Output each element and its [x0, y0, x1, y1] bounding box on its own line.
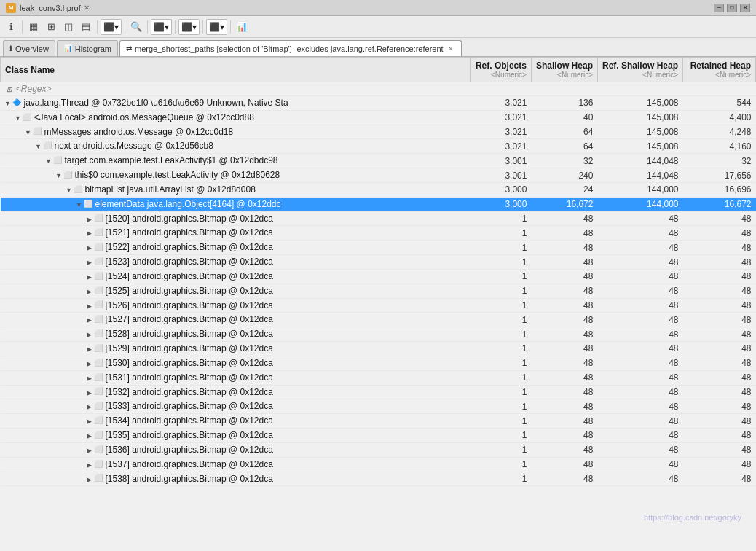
tab-histogram[interactable]: 📊 Histogram: [57, 40, 118, 56]
table-row[interactable]: ▶⬜[1537] android.graphics.Bitmap @ 0x12d…: [1, 457, 756, 472]
toolbar-btn-4[interactable]: ▤: [78, 19, 94, 35]
row-ref-objects: 1: [470, 327, 531, 342]
table-row[interactable]: ▶⬜[1534] android.graphics.Bitmap @ 0x12d…: [1, 414, 756, 429]
tree-toggle[interactable]: ▶: [85, 230, 94, 237]
table-row[interactable]: ▶⬜[1528] android.graphics.Bitmap @ 0x12d…: [1, 327, 756, 342]
tree-toggle[interactable]: ▶: [85, 302, 94, 310]
tree-toggle[interactable]: ▶: [85, 288, 94, 295]
tree-toggle[interactable]: ▶: [85, 418, 94, 425]
row-ref-objects: 3,000: [470, 197, 531, 211]
regex-toggle[interactable]: ⊞: [5, 86, 14, 93]
toolbar-btn-3[interactable]: ◫: [60, 19, 76, 35]
restore-button[interactable]: □: [727, 4, 737, 12]
tree-toggle[interactable]: ▶: [85, 273, 94, 281]
tree-toggle[interactable]: ▼: [44, 157, 53, 165]
table-row[interactable]: ▶⬜[1538] android.graphics.Bitmap @ 0x12d…: [1, 472, 756, 486]
tree-toggle[interactable]: ▶: [85, 316, 94, 324]
table-row[interactable]: ▼⬜<Java Local> android.os.MessageQueue @…: [1, 110, 756, 125]
table-row[interactable]: ▶⬜[1531] android.graphics.Bitmap @ 0x12d…: [1, 370, 756, 385]
table-row[interactable]: ▶⬜[1526] android.graphics.Bitmap @ 0x12d…: [1, 298, 756, 313]
row-ref-objects: 1: [470, 370, 531, 385]
tree-toggle[interactable]: ▶: [85, 461, 94, 469]
chart-btn[interactable]: 📊: [234, 19, 250, 35]
table-row[interactable]: ▶⬜[1532] android.graphics.Bitmap @ 0x12d…: [1, 385, 756, 399]
row-name-text: [1535] android.graphics.Bitmap @ 0x12dca: [106, 430, 273, 440]
table-row[interactable]: ▶⬜[1524] android.graphics.Bitmap @ 0x12d…: [1, 269, 756, 284]
tree-toggle[interactable]: ▶: [85, 476, 94, 483]
col-header-shallow-heap[interactable]: Shallow Heap <Numeric>: [531, 58, 597, 82]
minimize-button[interactable]: ─: [714, 4, 724, 12]
dropdown-arrow-1: ▾: [114, 22, 119, 32]
row-name-cell: ▼⬜target com.example.test.LeakActivity$1…: [1, 154, 471, 168]
toolbar-btn-2[interactable]: ⊞: [43, 19, 59, 35]
table-row[interactable]: ▼⬜mMessages android.os.Message @ 0x12cc0…: [1, 125, 756, 139]
table-row[interactable]: ▼⬜this$0 com.example.test.LeakActivity @…: [1, 168, 756, 183]
row-type-icon: ⬜: [94, 445, 104, 456]
regex-refshallow: [597, 82, 682, 96]
tree-toggle[interactable]: ▶: [85, 447, 94, 454]
tree-toggle[interactable]: ▶: [85, 403, 94, 410]
toolbar-dropdown-4[interactable]: ⬛ ▾: [206, 19, 227, 35]
row-type-icon: ⬜: [94, 257, 104, 267]
table-row[interactable]: ▼⬜target com.example.test.LeakActivity$1…: [1, 154, 756, 168]
row-type-icon: ⬜: [43, 141, 53, 152]
table-row[interactable]: ▶⬜[1533] android.graphics.Bitmap @ 0x12d…: [1, 399, 756, 414]
tree-toggle[interactable]: ▼: [55, 172, 63, 179]
col-header-class-name[interactable]: Class Name: [1, 58, 471, 82]
table-row[interactable]: ▶⬜[1523] android.graphics.Bitmap @ 0x12d…: [1, 255, 756, 270]
tree-toggle[interactable]: ▶: [85, 432, 94, 439]
tree-toggle[interactable]: ▼: [34, 143, 43, 150]
tree-toggle[interactable]: ▼: [14, 114, 23, 122]
row-type-icon: ⬜: [94, 373, 104, 383]
tree-toggle[interactable]: ▶: [85, 244, 94, 251]
close-button[interactable]: ✕: [740, 4, 750, 12]
search-btn[interactable]: 🔍: [128, 19, 144, 35]
table-row[interactable]: ▼🔷java.lang.Thread @ 0x732be1f0 \u616d\u…: [1, 96, 756, 111]
toolbar-sep-6: [202, 20, 203, 34]
tree-toggle[interactable]: ▼: [75, 201, 84, 208]
tree-toggle[interactable]: ▶: [85, 259, 94, 266]
row-name-cell: ▼⬜elementData java.lang.Object[4164] @ 0…: [1, 197, 471, 211]
tree-toggle[interactable]: ▶: [85, 360, 94, 367]
tree-toggle[interactable]: ▼: [4, 100, 12, 107]
table-row[interactable]: ▶⬜[1529] android.graphics.Bitmap @ 0x12d…: [1, 342, 756, 356]
table-wrapper[interactable]: Class Name Ref. Objects <Numeric> Shallo…: [0, 57, 756, 551]
toolbar-dropdown-1[interactable]: ⬛ ▾: [101, 19, 122, 35]
tree-toggle[interactable]: ▶: [85, 331, 94, 338]
table-row[interactable]: ▶⬜[1536] android.graphics.Bitmap @ 0x12d…: [1, 442, 756, 457]
tab-merge-paths[interactable]: ⇄ merge_shortest_paths [selection of 'Bi…: [119, 40, 462, 56]
tab-histogram-label: Histogram: [75, 44, 111, 53]
col-header-retained-heap[interactable]: Retained Heap <Numeric>: [683, 58, 756, 82]
row-ref-shallow-heap: 48: [597, 284, 682, 298]
tree-toggle[interactable]: ▶: [85, 345, 94, 353]
row-retained-heap: 48: [683, 313, 756, 327]
table-row[interactable]: ▶⬜[1527] android.graphics.Bitmap @ 0x12d…: [1, 313, 756, 327]
table-row[interactable]: ▶⬜[1535] android.graphics.Bitmap @ 0x12d…: [1, 429, 756, 443]
table-row[interactable]: ▼⬜bitmapList java.util.ArrayList @ 0x12d…: [1, 182, 756, 197]
col-header-ref-objects[interactable]: Ref. Objects <Numeric>: [470, 58, 531, 82]
row-ref-objects: 3,000: [470, 182, 531, 197]
merge-tab-close[interactable]: ✕: [446, 44, 455, 53]
col-header-ref-shallow-heap[interactable]: Ref. Shallow Heap <Numeric>: [597, 58, 682, 82]
tabs-bar: ℹ Overview 📊 Histogram ⇄ merge_shortest_…: [0, 38, 756, 57]
tab-overview[interactable]: ℹ Overview: [3, 40, 55, 56]
row-retained-heap: 48: [683, 399, 756, 414]
info-btn[interactable]: ℹ: [3, 19, 19, 35]
toolbar-btn-1[interactable]: ▦: [25, 19, 42, 35]
tree-toggle[interactable]: ▶: [85, 216, 94, 223]
tree-toggle[interactable]: ▶: [85, 375, 94, 382]
table-row[interactable]: ▼⬜elementData java.lang.Object[4164] @ 0…: [1, 197, 756, 211]
table-row[interactable]: ▶⬜[1530] android.graphics.Bitmap @ 0x12d…: [1, 356, 756, 370]
table-row[interactable]: ▶⬜[1520] android.graphics.Bitmap @ 0x12d…: [1, 211, 756, 226]
tree-toggle[interactable]: ▶: [85, 389, 94, 396]
toolbar-dropdown-3[interactable]: ⬛ ▾: [178, 19, 200, 35]
tree-toggle[interactable]: ▼: [24, 129, 33, 136]
toolbar-dropdown-2[interactable]: ⬛ ▾: [151, 19, 172, 35]
table-row[interactable]: ▶⬜[1521] android.graphics.Bitmap @ 0x12d…: [1, 226, 756, 241]
row-name-text: <Java Local> android.os.MessageQueue @ 0…: [34, 112, 254, 122]
title-tab-close[interactable]: ✕: [84, 4, 90, 12]
table-row[interactable]: ▼⬜next android.os.Message @ 0x12d56cb83,…: [1, 139, 756, 154]
tree-toggle[interactable]: ▼: [65, 187, 74, 194]
table-row[interactable]: ▶⬜[1525] android.graphics.Bitmap @ 0x12d…: [1, 284, 756, 298]
table-row[interactable]: ▶⬜[1522] android.graphics.Bitmap @ 0x12d…: [1, 241, 756, 255]
